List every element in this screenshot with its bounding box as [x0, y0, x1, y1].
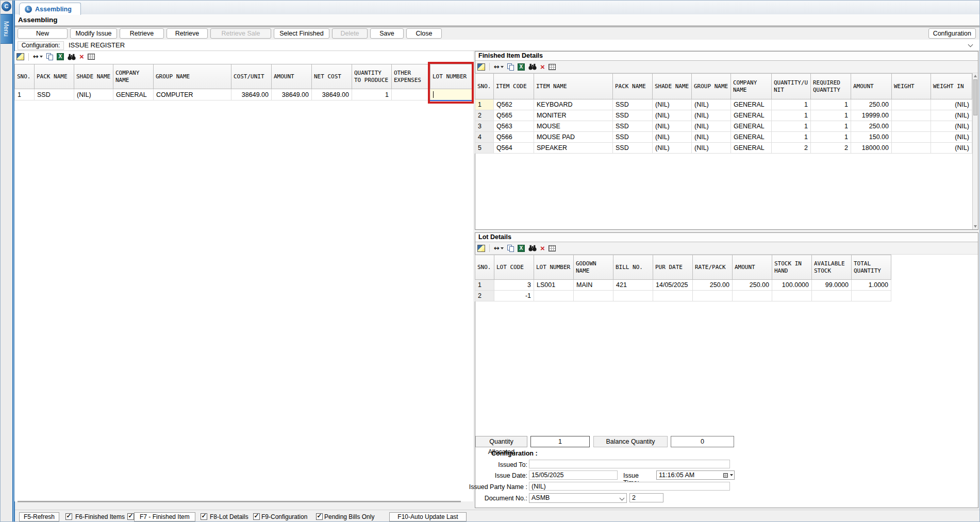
column-width-icon[interactable]: ↔	[494, 63, 504, 71]
cell[interactable]: GENERAL	[731, 132, 772, 143]
cell[interactable]: 1	[811, 132, 851, 143]
column-header-shade-name[interactable]: SHADE NAME	[653, 74, 692, 99]
grid-lines-icon[interactable]	[549, 63, 556, 71]
checkbox-f6-finished-items[interactable]	[65, 513, 72, 520]
column-header-lot-number[interactable]: LOT NUMBER	[430, 64, 473, 89]
cell[interactable]	[852, 291, 891, 301]
cell[interactable]: SSD	[613, 132, 653, 143]
cell[interactable]: 2	[475, 110, 494, 121]
scroll-thumb[interactable]	[973, 79, 977, 115]
cell[interactable]: GENERAL	[731, 121, 772, 132]
cell[interactable]: (NIL)	[931, 99, 972, 110]
excel-export-icon[interactable]: X	[518, 63, 525, 71]
cell[interactable]: (NIL)	[931, 121, 972, 132]
cell[interactable]: (NIL)	[692, 99, 731, 110]
tab-assembling[interactable]: L Assembling	[19, 3, 81, 15]
column-header-pack-name[interactable]: PACK NAME	[613, 74, 653, 99]
column-header-stock-in-hand[interactable]: STOCK IN HAND	[772, 255, 812, 280]
cell[interactable]: 1	[475, 99, 494, 110]
cell[interactable]: (NIL)	[692, 110, 731, 121]
scroll-up-icon[interactable]	[974, 75, 977, 77]
column-header-sno[interactable]: SNO.	[475, 74, 494, 99]
column-header-quantity-u-nit[interactable]: QUANTITY/U NIT	[772, 74, 811, 99]
cell[interactable]	[892, 143, 931, 154]
column-header-group-name[interactable]: GROUP NAME	[692, 74, 731, 99]
column-header-weight[interactable]: WEIGHT	[892, 74, 931, 99]
document-prefix-combobox[interactable]: ASMB	[529, 493, 627, 503]
cell[interactable]: 1	[772, 110, 811, 121]
cell[interactable]	[812, 291, 852, 301]
checkbox-f7-finished-item[interactable]	[127, 513, 134, 520]
journal-icon[interactable]	[477, 244, 485, 252]
quantity-allocated-value[interactable]: 1	[530, 436, 590, 447]
cell[interactable]: (NIL)	[653, 110, 692, 121]
cell[interactable]: COMPUTER	[154, 89, 231, 100]
document-no-input[interactable]: 2	[629, 493, 663, 502]
cell[interactable]: 38649.00	[231, 89, 272, 100]
cell[interactable]: -1	[494, 291, 534, 301]
bottom-splitter-line[interactable]	[18, 501, 461, 502]
checkbox-pending-bills-only[interactable]	[316, 513, 323, 520]
cell[interactable]: LS001	[534, 280, 574, 291]
cell[interactable]: GENERAL	[731, 110, 772, 121]
cell[interactable]: Q563	[494, 121, 534, 132]
column-header-pack-name[interactable]: PACK NAME	[35, 64, 74, 89]
cell[interactable]: 2	[475, 291, 494, 301]
retrieve-sale-order-button[interactable]: Retrieve Sale Order	[210, 28, 271, 39]
cell[interactable]: (NIL)	[931, 143, 972, 154]
cell[interactable]: 1	[475, 280, 494, 291]
grid-lines-icon[interactable]	[549, 244, 556, 252]
cell[interactable]: 1	[811, 121, 851, 132]
column-header-lot-code[interactable]: LOT CODE	[494, 255, 534, 280]
issue-time-input[interactable]: 11:16:05 AM	[656, 470, 735, 480]
cell[interactable]: 1	[811, 110, 851, 121]
checkbox-label-pending-bills-only[interactable]: Pending Bills Only	[324, 513, 374, 520]
cell[interactable]: 1	[772, 99, 811, 110]
cell[interactable]: 5	[475, 143, 494, 154]
cell[interactable]: 4	[475, 132, 494, 143]
column-header-available-stock[interactable]: AVAILABLE STOCK	[812, 255, 852, 280]
column-header-lot-number[interactable]: LOT NUMBER	[534, 255, 574, 280]
cell[interactable]: Q566	[494, 132, 534, 143]
column-header-quantity-to-produce[interactable]: QUANTITY TO PRODUCE	[352, 64, 392, 89]
column-header-pur-date[interactable]: PUR DATE	[653, 255, 693, 280]
cell[interactable]: 1	[811, 99, 851, 110]
menu-vertical-tab[interactable]: Menu	[1, 14, 12, 44]
lot-number-edit-cell[interactable]	[430, 89, 473, 100]
checkbox-label-f9-configuration[interactable]: F9-Configuration	[261, 513, 307, 520]
cell[interactable]	[892, 99, 931, 110]
retrieve-plan-button[interactable]: Retrieve Plan	[120, 28, 164, 39]
configuration-row-value[interactable]: ISSUE REGISTER	[69, 41, 125, 49]
cell[interactable]	[892, 132, 931, 143]
cell[interactable]: (NIL)	[653, 99, 692, 110]
issue-date-input[interactable]: 15/05/2025	[529, 470, 618, 480]
column-header-item-code[interactable]: ITEM CODE	[494, 74, 534, 99]
f10-auto-update-button[interactable]: F10-Auto Update Last Item	[389, 512, 467, 521]
cell[interactable]: (NIL)	[692, 143, 731, 154]
column-header-amount[interactable]: AMOUNT	[272, 64, 312, 89]
cell[interactable]: 18000.00	[851, 143, 892, 154]
time-picker-dropdown-icon[interactable]	[722, 472, 733, 478]
excel-export-icon[interactable]: X	[57, 53, 64, 61]
save-button[interactable]: Save	[370, 28, 404, 39]
journal-icon[interactable]	[16, 53, 24, 61]
cell[interactable]: 250.00	[851, 99, 892, 110]
column-width-icon[interactable]: ↔	[494, 244, 504, 252]
retrieve-bill-button[interactable]: Retrieve Bill	[167, 28, 208, 39]
find-icon[interactable]	[528, 244, 537, 252]
cell[interactable]	[534, 291, 574, 301]
new-document-button[interactable]: New Document	[18, 28, 68, 39]
column-width-icon[interactable]: ↔	[33, 53, 43, 61]
cell[interactable]: MONITER	[534, 110, 613, 121]
cell[interactable]: 250.00	[733, 280, 772, 291]
cell[interactable]	[574, 291, 613, 301]
column-header-net-cost[interactable]: NET COST	[312, 64, 352, 89]
close-button[interactable]: Close	[406, 28, 442, 39]
column-header-other-expenses[interactable]: OTHER EXPENSES	[392, 64, 430, 89]
cell[interactable]: 19999.00	[851, 110, 892, 121]
cell[interactable]: 1	[772, 121, 811, 132]
column-header-bill-no[interactable]: BILL NO.	[613, 255, 653, 280]
column-header-amount[interactable]: AMOUNT	[733, 255, 772, 280]
cell[interactable]: GENERAL	[731, 143, 772, 154]
cell[interactable]: SSD	[613, 143, 653, 154]
